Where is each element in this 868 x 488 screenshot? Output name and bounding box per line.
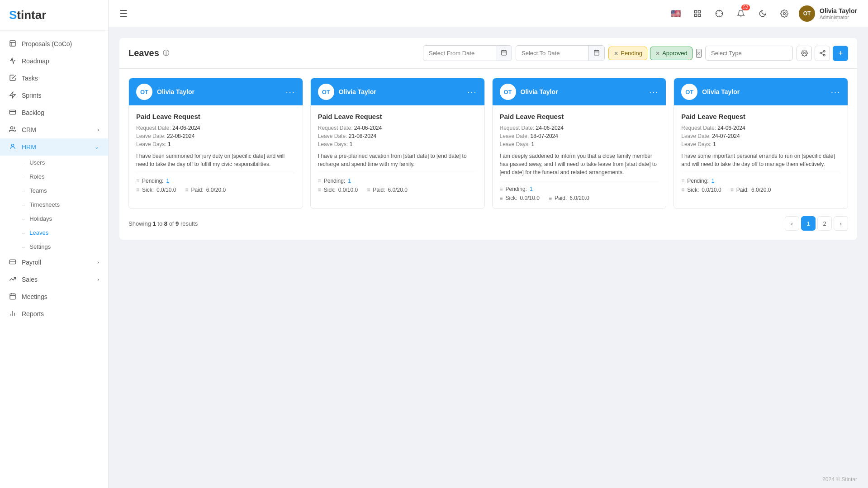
card-menu-btn[interactable]: ···	[649, 87, 659, 97]
paid-val: 6.0/20.0	[206, 187, 226, 193]
svg-rect-17	[502, 50, 507, 55]
leaves-toolbar: Leaves ⓘ	[119, 38, 857, 69]
card-header: OT Olivia Taylor ···	[311, 78, 484, 105]
cards-container: OT Olivia Taylor ··· Paid Leave Request …	[119, 69, 857, 240]
theme-icon[interactable]	[755, 6, 770, 21]
pending-tag: × Pending	[608, 47, 647, 60]
paid-label: Paid:	[736, 187, 749, 193]
sidebar-item-roadmap[interactable]: Roadmap	[0, 52, 108, 70]
sidebar-item-teams[interactable]: Teams	[22, 184, 108, 198]
svg-point-19	[803, 52, 805, 54]
card-stats: ≡ Pending: 1 ≡ Sick: 0.0/10.0 ≡ Paid:	[318, 173, 477, 193]
payroll-chevron: ›	[97, 259, 99, 265]
sick-icon: ≡	[318, 187, 321, 193]
card-menu-btn[interactable]: ···	[286, 87, 295, 97]
type-select-input[interactable]	[705, 46, 793, 61]
showing-text: Showing 1 to 8 of 9 results	[128, 220, 198, 227]
sidebar-item-leaves[interactable]: Leaves	[22, 226, 108, 240]
user-profile[interactable]: OT Olivia Taylor Administrator	[799, 5, 857, 22]
header-right: 🇺🇸 52 OT Olivi	[669, 5, 857, 22]
pending-stat: ≡ Pending: 1	[500, 186, 659, 192]
card-menu-btn[interactable]: ···	[467, 87, 477, 97]
menu-toggle[interactable]: ☰	[119, 8, 128, 19]
reports-label: Reports	[22, 310, 44, 317]
sick-val: 0.0/10.0	[338, 187, 358, 193]
sidebar-item-proposals[interactable]: Proposals (CoCo)	[0, 35, 108, 52]
reports-icon	[9, 310, 17, 318]
to-date-wrap	[516, 45, 605, 61]
users-sub-label: Users	[29, 159, 45, 166]
sidebar-item-tasks[interactable]: Tasks	[0, 70, 108, 87]
sidebar-item-roles[interactable]: Roles	[22, 170, 108, 184]
sidebar-item-timesheets[interactable]: Timesheets	[22, 198, 108, 212]
apps-icon[interactable]	[690, 6, 705, 21]
leave-card-2: OT Olivia Taylor ··· Paid Leave Request …	[492, 78, 667, 209]
svg-point-20	[823, 50, 825, 52]
remove-approved-btn[interactable]: ×	[655, 50, 660, 57]
sick-val: 0.0/10.0	[520, 195, 540, 201]
paid-label: Paid:	[555, 195, 567, 201]
sidebar-item-sprints[interactable]: Sprints	[0, 87, 108, 104]
svg-rect-2	[9, 110, 15, 114]
backlog-icon	[9, 109, 17, 117]
card-description: I have been summoned for jury duty on [s…	[136, 152, 295, 168]
card-menu-btn[interactable]: ···	[831, 87, 840, 97]
pagination-prev[interactable]: ‹	[785, 216, 799, 231]
sick-icon: ≡	[681, 187, 684, 193]
share-action-btn[interactable]	[815, 46, 830, 61]
from-date-calendar-btn[interactable]	[496, 46, 512, 61]
pagination-page-1[interactable]: 1	[801, 216, 816, 231]
pagination-page-2[interactable]: 2	[817, 216, 832, 231]
card-user-name: Olivia Taylor	[157, 88, 194, 95]
card-leave-days: Leave Days: 1	[318, 141, 477, 147]
sidebar-item-meetings[interactable]: Meetings	[0, 288, 108, 305]
svg-rect-10	[698, 14, 701, 16]
add-leave-btn[interactable]	[833, 46, 848, 61]
from-date-input[interactable]	[423, 46, 496, 60]
sidebar-item-payroll[interactable]: Payroll ›	[0, 254, 108, 271]
sidebar-item-reports[interactable]: Reports	[0, 305, 108, 322]
settings-icon[interactable]	[777, 6, 792, 21]
timesheets-sub-label: Timesheets	[29, 201, 60, 208]
notification-icon[interactable]: 52	[734, 6, 748, 21]
sick-label: Sick:	[687, 187, 699, 193]
paid-icon: ≡	[185, 187, 188, 193]
card-leave-date: Leave Date: 21-08-2024	[318, 133, 477, 139]
crosshair-icon[interactable]	[712, 6, 726, 21]
sidebar-item-holidays[interactable]: Holidays	[22, 212, 108, 226]
pending-label: Pending:	[506, 186, 527, 192]
settings-action-btn[interactable]	[797, 46, 812, 61]
sick-paid-stats: ≡ Sick: 0.0/10.0 ≡ Paid: 6.0/20.0	[500, 195, 659, 201]
svg-rect-7	[694, 10, 697, 13]
card-request-date: Request Date: 24-06-2024	[681, 125, 840, 131]
info-icon[interactable]: ⓘ	[163, 49, 169, 57]
sidebar-item-settings[interactable]: Settings	[22, 240, 108, 254]
proposals-label: Proposals (CoCo)	[22, 40, 72, 47]
card-header: OT Olivia Taylor ···	[493, 78, 666, 105]
sidebar-item-users[interactable]: Users	[22, 156, 108, 170]
sidebar-item-crm[interactable]: CRM ›	[0, 121, 108, 138]
pending-icon: ≡	[318, 178, 321, 184]
header-user-name: Olivia Taylor	[820, 7, 857, 14]
sidebar-item-hrm[interactable]: HRM ⌄	[0, 138, 108, 156]
teams-sub-label: Teams	[29, 187, 47, 194]
remove-pending-btn[interactable]: ×	[613, 50, 619, 57]
to-date-calendar-btn[interactable]	[588, 46, 604, 61]
sales-label: Sales	[22, 276, 38, 283]
to-date-input[interactable]	[516, 46, 588, 60]
sick-label: Sick:	[142, 187, 154, 193]
paid-val: 6.0/20.0	[751, 187, 771, 193]
clear-all-tags-btn[interactable]: ×	[696, 49, 702, 58]
flag-icon[interactable]: 🇺🇸	[669, 6, 683, 21]
pending-count: 1	[348, 178, 351, 184]
pagination-next[interactable]: ›	[834, 216, 848, 231]
sidebar-item-sales[interactable]: Sales ›	[0, 271, 108, 288]
card-description: I have a pre-planned vacation from [star…	[318, 152, 477, 168]
hrm-label: HRM	[22, 143, 36, 151]
pending-icon: ≡	[681, 178, 684, 184]
card-type: Paid Leave Request	[681, 113, 840, 120]
sick-stat: ≡ Sick: 0.0/10.0	[136, 187, 176, 193]
sidebar-item-backlog[interactable]: Backlog	[0, 104, 108, 121]
svg-point-4	[11, 144, 14, 147]
leave-card-0: OT Olivia Taylor ··· Paid Leave Request …	[128, 78, 303, 209]
